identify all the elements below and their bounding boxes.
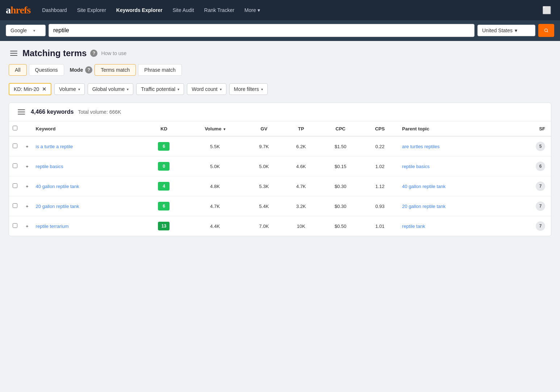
- row-kd: 0: [143, 157, 184, 176]
- country-select[interactable]: United States ▾: [477, 25, 535, 36]
- row-sf: 7: [510, 216, 551, 236]
- row-tp: 10K: [283, 216, 319, 236]
- row-checkbox[interactable]: [13, 223, 17, 228]
- kd-badge: 0: [158, 162, 170, 171]
- row-checkbox-cell[interactable]: [9, 196, 22, 216]
- nav-keywords-explorer[interactable]: Keywords Explorer: [112, 4, 167, 16]
- sf-badge: 5: [536, 142, 545, 151]
- logo[interactable]: ahrefs: [6, 4, 30, 16]
- row-gv: 5.4K: [245, 196, 282, 216]
- filter-more-filters[interactable]: More filters ▾: [229, 83, 268, 95]
- kd-badge: 13: [158, 222, 170, 230]
- row-cpc: $0.30: [319, 176, 361, 196]
- table-row: + 20 gallon reptile tank 6 4.7K 5.4K 3.2…: [9, 196, 551, 216]
- kd-badge: 4: [158, 182, 170, 191]
- search-button[interactable]: [538, 24, 554, 37]
- row-add-button[interactable]: +: [22, 196, 32, 216]
- filter-word-count[interactable]: Word count ▾: [187, 83, 226, 95]
- keyword-link[interactable]: reptile terrarium: [36, 224, 69, 229]
- filter-kd-close-icon[interactable]: ✕: [42, 86, 46, 92]
- row-cps: 0.93: [362, 196, 398, 216]
- keyword-link[interactable]: is a turtle a reptile: [36, 144, 73, 149]
- row-keyword: 40 gallon reptile tank: [32, 176, 143, 196]
- row-volume: 4.8K: [184, 176, 245, 196]
- traffic-potential-chevron-icon: ▾: [177, 87, 179, 91]
- row-gv: 5.0K: [245, 157, 282, 176]
- mode-help-icon[interactable]: ?: [85, 66, 92, 74]
- row-kd: 6: [143, 136, 184, 157]
- col-kd: KD: [143, 121, 184, 136]
- select-all-checkbox[interactable]: [13, 126, 17, 130]
- row-checkbox-cell[interactable]: [9, 157, 22, 176]
- nav-site-explorer[interactable]: Site Explorer: [73, 4, 110, 16]
- word-count-chevron-icon: ▾: [220, 87, 222, 91]
- row-cpc: $0.30: [319, 196, 361, 216]
- logo-a: a: [6, 4, 11, 16]
- how-to-use-link[interactable]: How to use: [101, 50, 126, 56]
- row-tp: 4.7K: [283, 176, 319, 196]
- filter-traffic-potential[interactable]: Traffic potential ▾: [136, 83, 184, 95]
- keyword-link[interactable]: reptile basics: [36, 164, 63, 169]
- filter-global-volume[interactable]: Global volume ▾: [88, 83, 134, 95]
- row-add-button[interactable]: +: [22, 157, 32, 176]
- row-keyword: reptile basics: [32, 157, 143, 176]
- table-row: + reptile terrarium 13 4.4K 7.0K 10K $0.…: [9, 216, 551, 236]
- volume-sort-icon: ▾: [223, 127, 225, 131]
- tab-phrase-match[interactable]: Phrase match: [138, 64, 181, 76]
- help-icon[interactable]: ?: [90, 50, 97, 57]
- kd-badge: 6: [158, 202, 170, 210]
- row-checkbox-cell[interactable]: [9, 136, 22, 157]
- more-filters-chevron-icon: ▾: [261, 87, 263, 91]
- row-checkbox[interactable]: [13, 203, 17, 208]
- row-sf: 7: [510, 176, 551, 196]
- tab-terms-match[interactable]: Terms match: [95, 64, 136, 76]
- col-select-all[interactable]: [9, 121, 22, 136]
- results-section: 4,466 keywords Total volume: 666K Keywor…: [9, 103, 551, 236]
- tab-all[interactable]: All: [9, 64, 27, 76]
- parent-topic-link[interactable]: reptile basics: [402, 164, 430, 169]
- filter-kd[interactable]: KD: Min-20 ✕: [9, 83, 51, 95]
- col-parent-topic: Parent topic: [398, 121, 510, 136]
- row-keyword: is a turtle a reptile: [32, 136, 143, 157]
- country-chevron-icon: ▾: [515, 28, 517, 33]
- row-checkbox[interactable]: [13, 163, 17, 168]
- chevron-down-icon: ▾: [258, 7, 260, 13]
- filter-volume[interactable]: Volume ▾: [54, 83, 85, 95]
- row-kd: 13: [143, 216, 184, 236]
- row-checkbox[interactable]: [13, 143, 17, 148]
- row-checkbox-cell[interactable]: [9, 176, 22, 196]
- parent-topic-link[interactable]: are turtles reptiles: [402, 144, 439, 149]
- keyword-link[interactable]: 20 gallon reptile tank: [36, 204, 79, 209]
- row-add-button[interactable]: +: [22, 136, 32, 157]
- row-checkbox-cell[interactable]: [9, 216, 22, 236]
- col-volume[interactable]: Volume ▾: [184, 121, 245, 136]
- parent-topic-link[interactable]: reptile tank: [402, 224, 425, 229]
- parent-topic-link[interactable]: 20 gallon reptile tank: [402, 204, 446, 209]
- results-count: 4,466 keywords: [31, 109, 74, 115]
- row-sf: 5: [510, 136, 551, 157]
- row-cps: 0.22: [362, 136, 398, 157]
- parent-topic-link[interactable]: 40 gallon reptile tank: [402, 184, 446, 189]
- row-add-button[interactable]: +: [22, 176, 32, 196]
- nav-rank-tracker[interactable]: Rank Tracker: [200, 4, 239, 16]
- col-gv: GV: [245, 121, 282, 136]
- monitor-icon[interactable]: ⬜: [539, 3, 554, 17]
- nav-more[interactable]: More ▾: [240, 4, 264, 16]
- kd-badge: 6: [158, 142, 170, 151]
- tab-questions[interactable]: Questions: [29, 64, 64, 76]
- engine-select[interactable]: Google ▾: [6, 25, 46, 36]
- row-cps: 1.12: [362, 176, 398, 196]
- hamburger-icon[interactable]: [9, 49, 19, 57]
- row-checkbox[interactable]: [13, 183, 17, 188]
- row-keyword: reptile terrarium: [32, 216, 143, 236]
- results-sort-icon[interactable]: [16, 108, 26, 116]
- row-add-button[interactable]: +: [22, 216, 32, 236]
- nav-site-audit[interactable]: Site Audit: [168, 4, 198, 16]
- search-input[interactable]: [49, 24, 474, 37]
- keyword-link[interactable]: 40 gallon reptile tank: [36, 184, 79, 189]
- row-kd: 6: [143, 196, 184, 216]
- row-kd: 4: [143, 176, 184, 196]
- mode-label: Mode ?: [70, 66, 93, 74]
- sf-badge: 7: [536, 221, 545, 231]
- nav-dashboard[interactable]: Dashboard: [38, 4, 71, 16]
